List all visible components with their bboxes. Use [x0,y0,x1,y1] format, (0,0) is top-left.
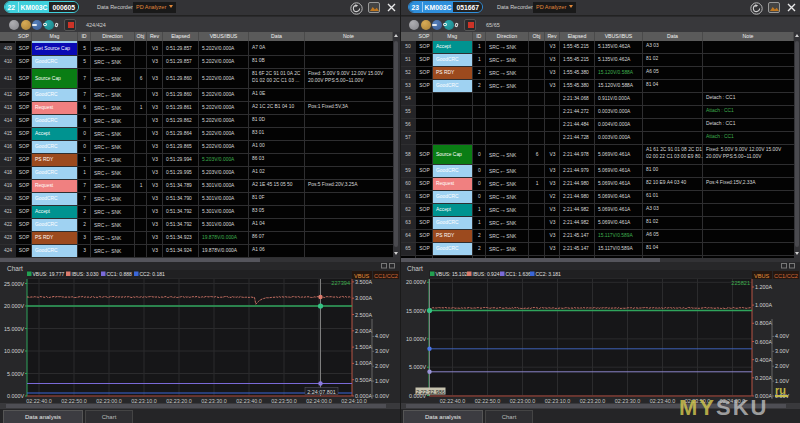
svg-text:1.000A: 1.000A [755,302,772,308]
svg-text:0.500A: 0.500A [355,377,372,383]
svg-text:2.00V: 2.00V [775,363,789,369]
svg-text:4.00V: 4.00V [775,333,789,339]
svg-text:IBUS: 0.924: IBUS: 0.924 [473,271,500,277]
svg-text:3.500A: 3.500A [355,279,372,285]
svg-text:CC2: 3.181: CC2: 3.181 [536,271,562,277]
svg-text:CC1/CC2: CC1/CC2 [774,273,798,279]
svg-text:5.000V: 5.000V [7,371,24,377]
svg-text:VBUS: VBUS [354,273,370,279]
svg-text:2.00V: 2.00V [375,363,389,369]
svg-text:2:22:32.986: 2:22:32.986 [416,389,444,395]
svg-text:20.000V: 20.000V [4,303,24,309]
svg-text:Chart: Chart [7,265,23,272]
svg-text:3.000A: 3.000A [355,295,372,301]
svg-text:0.800A: 0.800A [755,320,772,326]
svg-text:CC1: 1.636: CC1: 1.636 [506,271,532,277]
svg-text:20.000V: 20.000V [406,279,426,285]
svg-text:225821: 225821 [731,280,750,286]
svg-text:3.00V: 3.00V [375,348,389,354]
svg-text:IBUS: 3.030: IBUS: 3.030 [72,271,99,277]
svg-text:0.00V: 0.00V [375,393,389,399]
svg-text:2:24:07.801: 2:24:07.801 [307,389,335,395]
svg-text:1.00V: 1.00V [375,378,389,384]
svg-text:227394: 227394 [331,280,350,286]
svg-text:2.000A: 2.000A [355,328,372,334]
svg-text:5.000V: 5.000V [409,364,426,370]
svg-text:10.000V: 10.000V [4,348,24,354]
svg-text:0.000V: 0.000V [7,393,24,399]
svg-text:15.000V: 15.000V [4,326,24,332]
svg-text:VBUS: 19.777: VBUS: 19.777 [33,271,65,277]
svg-text:Chart: Chart [407,265,423,272]
svg-text:25.000V: 25.000V [4,281,24,287]
svg-text:VBUS: VBUS [754,273,770,279]
svg-text:CC1/CC2: CC1/CC2 [374,273,398,279]
svg-text:3.00V: 3.00V [775,348,789,354]
svg-text:15.000V: 15.000V [406,308,426,314]
svg-text:0.200A: 0.200A [755,375,772,381]
svg-text:4.00V: 4.00V [375,333,389,339]
svg-text:CC1: 0.888: CC1: 0.888 [107,271,133,277]
svg-text:2.500A: 2.500A [355,312,372,318]
svg-text:CC2: 0.181: CC2: 0.181 [140,271,166,277]
svg-text:0.600A: 0.600A [755,339,772,345]
svg-text:0.400A: 0.400A [755,357,772,363]
svg-text:10.000V: 10.000V [406,336,426,342]
svg-text:1.200A: 1.200A [755,284,772,290]
svg-text:VBUS: 15.102: VBUS: 15.102 [436,271,468,277]
svg-text:1.000A: 1.000A [355,360,372,366]
svg-text:1.500A: 1.500A [355,344,372,350]
